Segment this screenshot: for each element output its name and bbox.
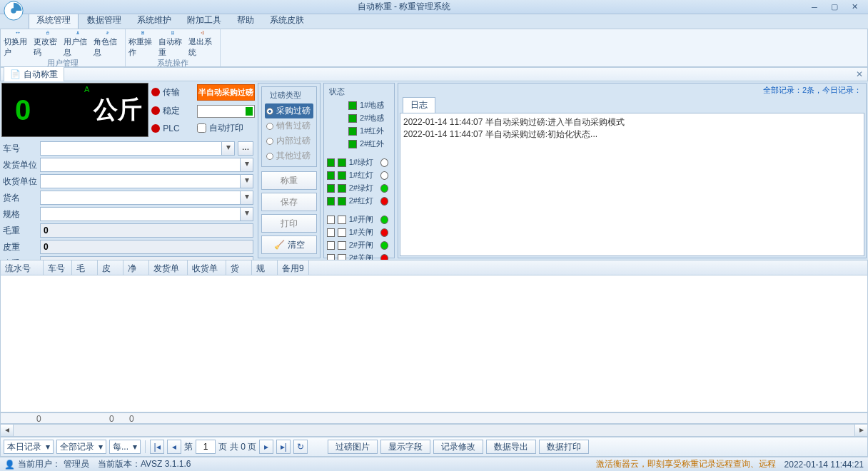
status-sense-2: 2#地感 <box>327 113 391 123</box>
menu-data-mgmt[interactable]: 数据管理 <box>80 12 128 29</box>
spec-dropdown[interactable]: ▾ <box>241 207 253 221</box>
progress-indicator <box>197 105 255 118</box>
spec-input[interactable] <box>40 207 241 221</box>
maximize-button[interactable]: ▢ <box>828 2 841 12</box>
document-icon: 📄 <box>10 69 21 79</box>
grid-body[interactable] <box>0 275 868 412</box>
status-cloud-msg[interactable]: 激活衡器云，即刻享受称重记录远程查询、远程 <box>596 458 776 470</box>
weigh-ops-button[interactable]: 称重操作 <box>128 31 157 58</box>
tab-log[interactable]: 日志 <box>403 97 435 113</box>
gross-value: 0 <box>40 223 253 238</box>
tab-auto-weigh[interactable]: 📄 自动称重 <box>4 66 64 83</box>
tare-value: 0 <box>40 240 253 254</box>
show-fields-button[interactable]: 显示字段 <box>380 440 430 454</box>
light-2-green[interactable]: 2#绿灯 <box>327 183 391 193</box>
print-data-button[interactable]: 数据打印 <box>539 440 589 454</box>
minimize-button[interactable]: ─ <box>808 2 821 12</box>
svg-point-3 <box>77 31 79 33</box>
radio-purchase[interactable]: 采购过磅 <box>265 103 313 118</box>
status-ir-2: 2#红外 <box>327 138 391 149</box>
radio-other[interactable]: 其他过磅 <box>265 148 313 163</box>
menubar: 系统管理 数据管理 系统维护 附加工具 帮助 系统皮肤 <box>0 14 868 29</box>
user-info-button[interactable]: 用户信息 <box>64 31 92 58</box>
sender-dropdown[interactable]: ▾ <box>241 158 253 172</box>
save-button[interactable]: 保存 <box>261 193 317 211</box>
edit-record-button[interactable]: 记录修改 <box>433 440 483 454</box>
status-time: 2022-01-14 11:44:21 <box>784 460 864 470</box>
print-button[interactable]: 打印 <box>261 214 317 233</box>
vehicle-dropdown[interactable]: ▾ <box>222 141 235 156</box>
every-combo[interactable]: 每...▾ <box>109 440 141 454</box>
scroll-left-button[interactable]: ◂ <box>1 425 14 436</box>
light-1-red[interactable]: 1#红灯 <box>327 170 391 181</box>
vehicle-browse-button[interactable]: ... <box>238 141 253 156</box>
first-page-button[interactable]: |◂ <box>150 440 164 454</box>
user-icon: 👤 <box>4 460 15 470</box>
record-count: 全部记录：2条，今日记录： <box>398 83 866 97</box>
eraser-icon: 🧹 <box>274 240 285 250</box>
weigh-button[interactable]: 称重 <box>261 171 317 190</box>
radio-internal[interactable]: 内部过磅 <box>265 133 313 148</box>
weigh-image-button[interactable]: 过磅图片 <box>328 440 378 454</box>
receiver-input[interactable] <box>40 174 241 188</box>
grid-ruler: 000 <box>0 412 868 424</box>
svg-point-5 <box>108 32 109 34</box>
app-logo-icon <box>3 0 24 21</box>
close-button[interactable]: ✕ <box>848 2 861 12</box>
svg-rect-2 <box>47 33 49 35</box>
document-tabs: 📄 自动称重 ✕ <box>0 67 868 81</box>
all-filter-combo[interactable]: 全部记录▾ <box>56 440 106 454</box>
menu-system-maint[interactable]: 系统维护 <box>130 12 178 29</box>
radio-sale[interactable]: 销售过磅 <box>265 118 313 133</box>
goods-input[interactable] <box>40 191 241 205</box>
gate-1-open[interactable]: 1#开闸 <box>327 214 391 225</box>
status-version: 当前版本：AVSZ 3.1.1.6 <box>98 458 191 470</box>
led-transmission: 传输 <box>151 86 193 98</box>
change-password-button[interactable]: 更改密码 <box>34 31 62 58</box>
menu-help[interactable]: 帮助 <box>230 12 261 29</box>
light-2-red[interactable]: 2#红灯 <box>327 196 391 206</box>
role-info-button[interactable]: 角色信息 <box>94 31 122 58</box>
mode-button[interactable]: 半自动采购过磅 <box>197 84 255 101</box>
svg-point-4 <box>107 31 108 33</box>
grid-hscroll[interactable]: ◂ ▸ <box>0 424 868 437</box>
led-panel: 传输 稳定 PLC <box>151 83 193 137</box>
scroll-right-button[interactable]: ▸ <box>854 425 867 436</box>
log-line: 2022-01-14 11:44:07 半自动采购过磅:进入半自动采购模式 <box>403 116 861 128</box>
vehicle-input[interactable] <box>40 141 222 156</box>
exit-system-button[interactable]: 退出系统 <box>188 31 217 58</box>
refresh-button[interactable]: ↻ <box>293 440 308 454</box>
gate-1-close[interactable]: 1#关闸 <box>327 227 391 238</box>
grid-header: 流水号 车号 毛重 皮重 净重 发货单位 收货单位 货名 规格 备用9 <box>0 260 868 275</box>
weight-display: A 0 公斤 <box>1 83 148 137</box>
log-line: 2022-01-14 11:44:07 半自动采购过磅:初始化状态... <box>403 128 861 141</box>
receiver-dropdown[interactable]: ▾ <box>241 174 253 188</box>
menu-skin[interactable]: 系统皮肤 <box>263 12 311 29</box>
log-panel[interactable]: 2022-01-14 11:44:07 半自动采购过磅:进入半自动采购模式 20… <box>400 113 864 256</box>
led-stable: 稳定 <box>151 105 193 117</box>
today-filter-combo[interactable]: 本日记录▾ <box>4 440 54 454</box>
weigh-type-group: 过磅类型 采购过磅 销售过磅 内部过磅 其他过磅 <box>261 86 317 167</box>
prev-page-button[interactable]: ◂ <box>167 440 181 454</box>
ribbon: 切换用户 更改密码 用户信息 角色信息 用户管理 称重操作 自动称重 退出系统 … <box>0 29 868 67</box>
tab-close-button[interactable]: ✕ <box>856 69 863 79</box>
gate-2-open[interactable]: 2#开闸 <box>327 240 391 250</box>
menu-addons[interactable]: 附加工具 <box>180 12 228 29</box>
light-1-green[interactable]: 1#绿灯 <box>327 157 391 168</box>
page-input[interactable] <box>196 440 216 454</box>
svg-rect-7 <box>142 32 143 33</box>
clear-button[interactable]: 🧹清空 <box>261 236 317 254</box>
sender-input[interactable] <box>40 158 241 172</box>
goods-dropdown[interactable]: ▾ <box>241 191 253 205</box>
switch-user-button[interactable]: 切换用户 <box>4 31 32 58</box>
export-data-button[interactable]: 数据导出 <box>486 440 536 454</box>
weight-unit: 公斤 <box>94 93 142 126</box>
next-page-button[interactable]: ▸ <box>259 440 273 454</box>
auto-print-checkbox[interactable]: 自动打印 <box>197 122 255 134</box>
weigh-form: 车号▾... 发货单位▾ 收货单位▾ 货名▾ 规格▾ 毛重0 皮重0 净重0 <box>1 138 255 275</box>
status-sense-1: 1#地感 <box>327 100 391 111</box>
auto-weigh-button[interactable]: 自动称重 <box>158 31 187 58</box>
status-user: 👤当前用户：管理员 <box>4 458 89 470</box>
last-page-button[interactable]: ▸| <box>276 440 291 454</box>
window-title: 自动称重 - 称重管理系统 <box>0 1 808 13</box>
